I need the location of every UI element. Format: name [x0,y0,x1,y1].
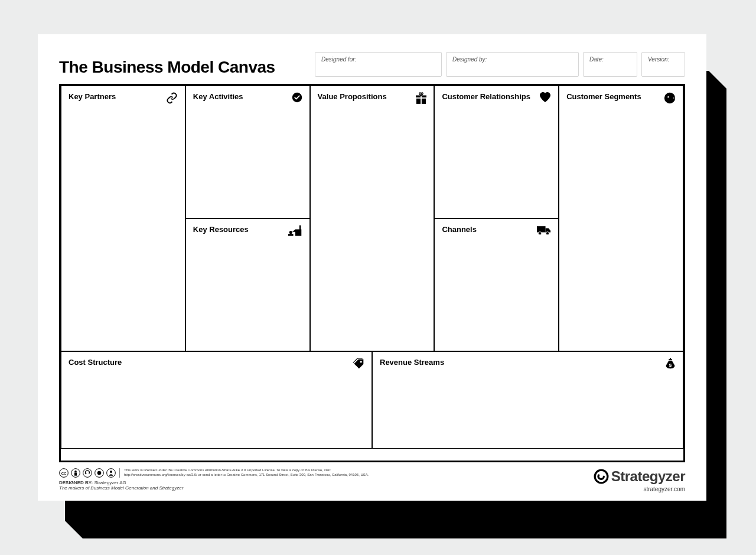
cell-title: Key Activities [193,92,243,101]
heart-icon [539,92,551,103]
svg-text:CC: CC [61,472,67,475]
svg-point-27 [97,471,102,475]
svg-rect-6 [416,96,421,98]
cell-title: Customer Segments [566,92,641,101]
cell-customer-relationships[interactable]: Customer Relationships [434,86,559,218]
license-text: This work is licensed under the Creative… [123,468,369,478]
check-circle-icon [292,92,302,103]
link-icon [166,92,178,104]
cell-key-activities[interactable]: Key Activities [185,86,310,218]
svg-point-11 [539,232,542,235]
license-line: http://creativecommons.org/licenses/by-s… [124,473,369,478]
svg-rect-23 [74,472,77,475]
cell-title: Key Partners [69,92,116,101]
svg-rect-16 [669,359,672,360]
canvas-page: The Business Model Canvas Designed for: … [38,34,706,501]
cell-value-propositions[interactable]: Value Propositions [310,86,435,351]
cc-icon: CC [59,468,69,478]
svg-point-24 [83,469,92,478]
factory-icon [288,225,302,237]
svg-marker-2 [292,229,295,231]
designed-by-value: Strategyzer AG [94,480,126,485]
brand-url: strategyzer.com [594,486,685,492]
license-line: This work is licensed under the Creative… [124,468,369,473]
svg-point-29 [110,471,112,473]
svg-point-14 [667,96,669,98]
money-bag-icon: $ [665,358,676,371]
tag-icon [353,358,364,370]
cc-nd-icon [94,468,104,478]
brand-name: Strategyzer [611,468,685,485]
cell-title: Revenue Streams [380,358,444,367]
svg-point-30 [595,470,608,483]
designed-by-field[interactable]: Designed by: [446,52,579,77]
svg-point-4 [289,231,292,234]
meta-boxes: Designed for: Designed by: Date: Version… [287,52,685,77]
strategyzer-logo-icon [594,469,609,484]
svg-rect-5 [288,234,294,236]
gift-icon [416,92,426,104]
footer-left: CC This work is licensed under the Creat… [59,468,369,491]
business-model-canvas: Key Partners Key Activities Key Resource… [59,84,685,462]
cell-title: Customer Relationships [442,92,530,101]
cell-key-partners[interactable]: Key Partners [61,86,185,351]
designed-by-tagline: The makers of Business Model Generation … [59,485,369,491]
truck-icon [537,225,551,236]
designed-for-field[interactable]: Designed for: [315,52,442,77]
cell-title: Key Resources [193,225,249,234]
cell-title: Channels [442,225,477,234]
cell-channels[interactable]: Channels [434,218,559,351]
brand: Strategyzer [594,468,685,485]
person-icon [664,92,676,104]
svg-point-15 [360,361,362,363]
svg-rect-10 [537,226,546,232]
svg-rect-3 [299,226,301,230]
svg-rect-1 [295,229,301,236]
designed-by: DESIGNED BY: Strategyzer AG The makers o… [59,480,369,491]
svg-point-12 [546,232,549,235]
cc-sa-icon [83,468,92,478]
cell-key-resources[interactable]: Key Resources [185,218,310,351]
page-footer: CC This work is licensed under the Creat… [59,468,685,492]
svg-rect-17 [670,358,671,359]
cell-customer-segments[interactable]: Customer Segments [559,86,683,351]
svg-rect-9 [422,99,426,104]
cell-title: Value Propositions [318,92,387,101]
svg-marker-25 [85,473,87,475]
cell-cost-structure[interactable]: Cost Structure [61,351,372,449]
cc-license-icons: CC [59,468,120,478]
designed-by-label: DESIGNED BY: [59,480,93,485]
page-title: The Business Model Canvas [59,52,275,77]
page-header: The Business Model Canvas Designed for: … [59,52,685,77]
cell-revenue-streams[interactable]: Revenue Streams $ [372,351,683,449]
svg-text:$: $ [669,363,672,368]
svg-rect-7 [422,96,426,98]
cc-by-icon [71,468,80,478]
footer-right: Strategyzer strategyzer.com [594,468,685,492]
version-field[interactable]: Version: [641,52,685,77]
cell-title: Cost Structure [69,358,122,367]
svg-rect-8 [416,99,421,104]
date-field[interactable]: Date: [583,52,637,77]
svg-point-22 [74,471,76,472]
cc-person-icon [106,468,116,478]
